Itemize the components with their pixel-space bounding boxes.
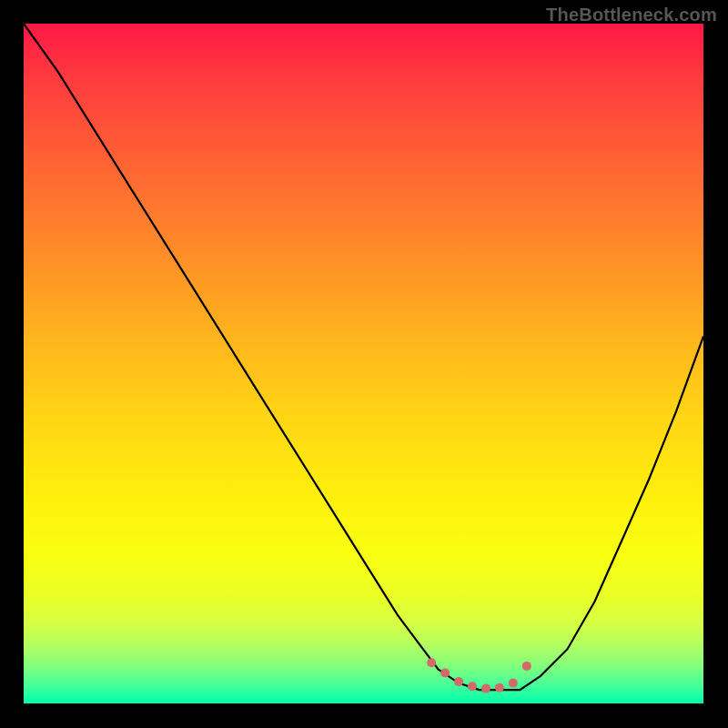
page-root: { "watermark": { "text": "TheBottleneck.… (0, 0, 728, 728)
marker-group (427, 658, 531, 693)
bottleneck-curve-path (24, 24, 703, 690)
watermark-text: TheBottleneck.com (546, 5, 717, 25)
chart-area (24, 24, 703, 703)
highlight-marker (495, 683, 504, 693)
highlight-marker (481, 684, 490, 693)
highlight-marker (440, 668, 450, 677)
highlight-marker (509, 679, 518, 688)
chart-overlay-svg (24, 24, 703, 703)
highlight-marker (468, 682, 477, 691)
highlight-marker (427, 658, 436, 667)
highlight-marker (522, 662, 531, 671)
highlight-marker (454, 677, 463, 686)
